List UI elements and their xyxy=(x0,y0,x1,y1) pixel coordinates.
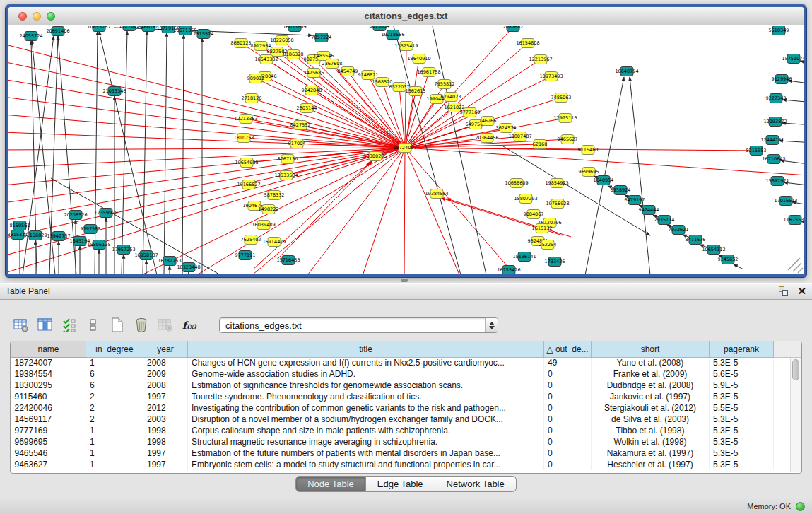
select-rows-icon[interactable] xyxy=(59,316,79,334)
graph-node[interactable]: 7932621 xyxy=(669,226,689,235)
graph-node[interactable]: 18724007 xyxy=(393,144,416,153)
graph-node[interactable]: 16039489 xyxy=(252,221,275,230)
graph-node[interactable]: 1562615 xyxy=(406,87,426,96)
graph-node[interactable]: 7857224 xyxy=(312,33,332,42)
column-header-out_degree[interactable]: △ out_de... xyxy=(544,341,592,357)
graph-node[interactable]: 20364456 xyxy=(475,134,498,143)
combo-stepper-icon[interactable] xyxy=(485,318,498,332)
graph-node[interactable]: 21053346 xyxy=(102,87,126,96)
graph-node[interactable]: 15716485 xyxy=(276,256,300,265)
graph-node[interactable]: 10973493 xyxy=(539,72,563,81)
graph-node[interactable]: 20691406 xyxy=(46,27,69,36)
graph-node[interactable]: 6479197 xyxy=(625,196,645,205)
table-row[interactable]: 911546021997Tourette syndrome. Phenomeno… xyxy=(11,391,803,402)
graph-node[interactable]: 15136141 xyxy=(512,252,536,262)
close-panel-icon[interactable]: ✕ xyxy=(797,286,806,297)
graph-node[interactable]: 9245652 xyxy=(718,255,739,264)
minimize-window-icon[interactable] xyxy=(33,12,41,21)
float-panel-icon[interactable] xyxy=(777,286,790,297)
tab-network-table[interactable]: Network Table xyxy=(435,476,517,492)
graph-node[interactable]: 20206526 xyxy=(64,211,87,220)
graph-node[interactable]: 917004 xyxy=(288,139,306,148)
graph-node[interactable]: 2718126 xyxy=(242,94,262,103)
graph-node[interactable]: 16033809 xyxy=(283,26,306,32)
graph-node[interactable]: 2087682 xyxy=(503,26,524,32)
graph-node[interactable]: 19654935 xyxy=(235,158,258,168)
graph-node[interactable]: 12975115 xyxy=(553,114,577,123)
graph-node[interactable]: 3624574 xyxy=(496,124,517,133)
graph-node[interactable]: 9474444 xyxy=(639,206,659,215)
graph-node[interactable]: 18323448 xyxy=(177,263,200,272)
graph-node[interactable]: 7955812 xyxy=(435,80,455,89)
graph-node[interactable]: 9297588 xyxy=(81,225,101,234)
column-header-title[interactable]: title xyxy=(188,341,544,357)
table-scrollbar[interactable] xyxy=(790,358,801,472)
graph-node[interactable]: 6466160 xyxy=(139,26,159,32)
table-row[interactable]: 946554611997Estimation of the future num… xyxy=(11,448,803,459)
graph-node[interactable]: 18640910 xyxy=(407,54,430,64)
graph-node[interactable]: 16543382 xyxy=(254,55,278,64)
function-builder-icon[interactable]: f(x) xyxy=(180,316,199,334)
graph-node[interactable]: 19384554 xyxy=(425,189,448,199)
table-row[interactable]: 1830029562008Estimation of significance … xyxy=(11,380,803,391)
graph-node[interactable]: 8150561 xyxy=(10,221,30,230)
tab-edge-table[interactable]: Edge Table xyxy=(366,476,435,492)
graph-node[interactable]: 3475685 xyxy=(304,69,324,78)
graph-node[interactable]: 19756928 xyxy=(546,199,569,209)
zoom-window-icon[interactable] xyxy=(47,12,55,21)
table-row[interactable]: 1456911722003Disruption of a novel membe… xyxy=(11,414,803,425)
graph-node[interactable]: 16210643 xyxy=(762,155,785,164)
graph-node[interactable]: 19854923 xyxy=(545,179,568,188)
graph-node[interactable]: 9699695 xyxy=(579,168,599,177)
network-table-selector[interactable]: citations_edges.txt xyxy=(219,317,498,333)
graph-node[interactable]: 9777169 xyxy=(460,108,481,117)
graph-node[interactable]: 62160 xyxy=(533,140,548,149)
graph-node[interactable]: 9242848 xyxy=(302,86,322,95)
graph-node[interactable]: 9115460 xyxy=(578,146,599,155)
graph-node[interactable]: 16753426 xyxy=(497,266,520,275)
graph-node[interactable]: 2935114 xyxy=(654,216,675,225)
graph-node[interactable]: 1527602 xyxy=(119,26,140,31)
column-header-name[interactable]: name xyxy=(11,341,86,357)
graph-node[interactable]: 11675533 xyxy=(783,216,804,225)
graph-node[interactable]: 9227343 xyxy=(766,94,787,103)
graph-node[interactable]: 16958187 xyxy=(134,251,158,260)
graph-node[interactable]: 7625402 xyxy=(241,235,261,245)
graph-node[interactable]: 17957253 xyxy=(112,245,135,255)
delete-column-icon[interactable] xyxy=(131,316,151,334)
column-header-pagerank[interactable]: pagerank xyxy=(710,341,774,357)
graph-node[interactable]: 13325419 xyxy=(394,42,418,51)
graph-node[interactable]: 9777191 xyxy=(235,251,256,260)
graph-node[interactable]: 2367608 xyxy=(322,59,343,69)
network-canvas[interactable]: 2405572420691406106532871527602646616010… xyxy=(8,26,804,274)
graph-node[interactable]: 18807293 xyxy=(514,194,537,204)
graph-node[interactable]: 15692971 xyxy=(765,177,789,186)
graph-node[interactable]: 1640954 xyxy=(594,176,614,185)
table-row[interactable]: 1872400712008Changes of HCN gene express… xyxy=(11,357,803,368)
table-mode-icon[interactable] xyxy=(11,316,31,334)
graph-node[interactable]: 16914479 xyxy=(262,238,286,247)
column-header-in_degree[interactable]: in_degree xyxy=(86,341,143,357)
graph-node[interactable]: 7485063 xyxy=(551,93,572,103)
table-row[interactable]: 977716911998Corpus callosum shape and si… xyxy=(11,425,803,436)
graph-node[interactable]: 5878332 xyxy=(264,191,285,200)
graph-node[interactable]: 9084067 xyxy=(524,210,544,219)
table-row[interactable]: 969969511998Structural magnetic resonanc… xyxy=(11,436,803,448)
column-header-short[interactable]: short xyxy=(592,341,710,357)
graph-node[interactable]: 10807487 xyxy=(508,132,531,141)
graph-node[interactable]: 8813054 xyxy=(370,26,390,31)
graph-node[interactable]: 16961758 xyxy=(417,68,440,77)
graph-node[interactable]: 9146821 xyxy=(358,71,379,80)
graph-node[interactable]: 1733426 xyxy=(545,257,565,267)
row-height-icon[interactable] xyxy=(83,316,103,334)
graph-node[interactable]: 12444151 xyxy=(760,136,784,145)
graph-node[interactable]: 10653287 xyxy=(87,26,110,32)
graph-node[interactable]: 15505135 xyxy=(87,240,110,250)
graph-node[interactable]: 746266 xyxy=(479,117,497,126)
graph-node[interactable]: 16648794 xyxy=(615,67,638,76)
graph-node[interactable]: 9129946 xyxy=(772,75,792,84)
panel-splitter-handle[interactable] xyxy=(401,279,408,282)
table-row[interactable]: 2242004622012Investigating the contribut… xyxy=(11,402,803,414)
graph-node[interactable]: 24055724 xyxy=(19,32,42,41)
show-columns-icon[interactable] xyxy=(35,316,55,334)
